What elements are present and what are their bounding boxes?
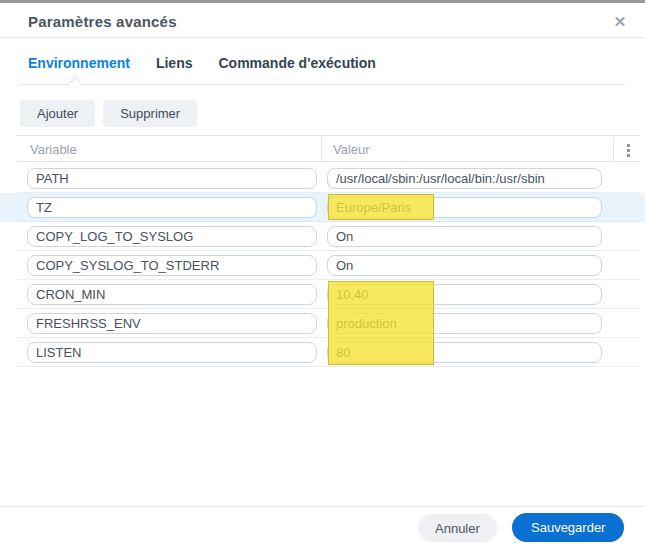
variable-input[interactable]: FRESHRSS_ENV xyxy=(27,313,317,334)
footer: Annuler Sauvegarder xyxy=(0,513,645,543)
table-row: COPY_LOG_TO_SYSLOG On xyxy=(0,222,645,251)
value-input[interactable]: production xyxy=(327,313,602,334)
tab-commande-execution[interactable]: Commande d'exécution xyxy=(218,55,375,75)
table-row: COPY_SYSLOG_TO_STDERR On xyxy=(0,251,645,280)
column-header-variable: Variable xyxy=(30,142,77,157)
value-input[interactable]: 10,40 xyxy=(327,284,602,305)
background-window-edge xyxy=(0,0,645,3)
variable-input[interactable]: TZ xyxy=(27,197,317,218)
value-input[interactable]: On xyxy=(327,226,602,247)
save-button[interactable]: Sauvegarder xyxy=(512,513,624,542)
table-row: FRESHRSS_ENV production xyxy=(0,309,645,338)
add-button[interactable]: Ajouter xyxy=(20,100,95,127)
title-divider xyxy=(0,37,645,38)
variable-input[interactable]: CRON_MIN xyxy=(27,284,317,305)
table-header: Variable Valeur xyxy=(17,135,640,162)
value-input[interactable]: On xyxy=(327,255,602,276)
tab-underline xyxy=(20,84,625,85)
value-input[interactable]: 80 xyxy=(327,342,602,363)
delete-button[interactable]: Supprimer xyxy=(103,100,197,127)
table-row: LISTEN 80 xyxy=(0,338,645,367)
table-row: PATH /usr/local/sbin:/usr/local/bin:/usr… xyxy=(0,164,645,193)
toolbar: Ajouter Supprimer xyxy=(20,100,197,127)
close-icon[interactable]: ✕ xyxy=(608,10,632,34)
tab-liens[interactable]: Liens xyxy=(156,55,193,75)
variable-input[interactable]: COPY_SYSLOG_TO_STDERR xyxy=(27,255,317,276)
table-row: CRON_MIN 10,40 xyxy=(0,280,645,309)
tab-environnement[interactable]: Environnement xyxy=(28,55,130,75)
table-body: PATH /usr/local/sbin:/usr/local/bin:/usr… xyxy=(0,164,645,367)
active-tab-notch xyxy=(68,77,82,91)
variable-input[interactable]: LISTEN xyxy=(27,342,317,363)
footer-divider xyxy=(0,506,645,507)
tab-bar: Environnement Liens Commande d'exécution xyxy=(28,55,376,75)
table-row: TZ Europe/Paris xyxy=(0,193,645,222)
column-divider xyxy=(613,138,614,161)
cancel-button[interactable]: Annuler xyxy=(418,514,497,542)
kebab-menu-icon[interactable] xyxy=(621,142,635,158)
row-separator xyxy=(17,366,640,367)
variable-input[interactable]: COPY_LOG_TO_SYSLOG xyxy=(27,226,317,247)
value-input[interactable]: Europe/Paris xyxy=(327,197,602,218)
column-divider xyxy=(321,138,322,161)
column-header-valeur: Valeur xyxy=(333,142,370,157)
variable-input[interactable]: PATH xyxy=(27,168,317,189)
value-input[interactable]: /usr/local/sbin:/usr/local/bin:/usr/sbin xyxy=(327,168,602,189)
dialog-title: Paramètres avancés xyxy=(28,13,177,30)
advanced-settings-dialog: Paramètres avancés ✕ Environnement Liens… xyxy=(0,0,645,549)
